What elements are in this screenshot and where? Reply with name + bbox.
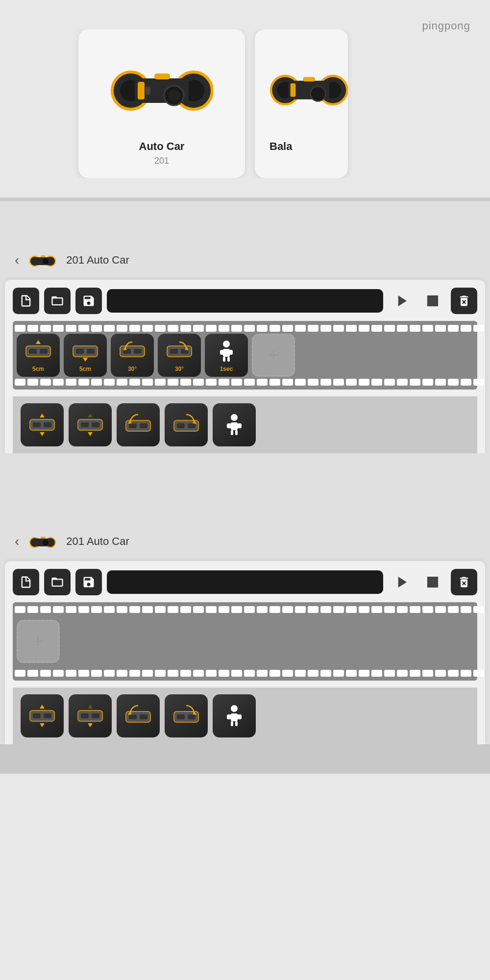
add-step-button-1[interactable]: + — [252, 334, 295, 377]
svg-rect-15 — [303, 77, 315, 81]
svg-rect-53 — [92, 422, 99, 427]
palette2-forward-btn[interactable] — [21, 694, 64, 737]
hole — [333, 670, 344, 677]
svg-marker-54 — [88, 414, 93, 417]
hole — [295, 325, 306, 332]
hole — [231, 379, 242, 386]
editor1-palette — [13, 396, 477, 453]
hole — [78, 606, 89, 613]
hole — [180, 325, 191, 332]
robot-name-autocar: Auto Car — [139, 140, 185, 153]
hole — [66, 379, 76, 386]
brand-logo: pingpong — [422, 20, 470, 32]
bala-svg — [270, 47, 348, 130]
motion-step-turnleft[interactable]: 30° — [111, 334, 154, 377]
palette2-turnleft-btn[interactable] — [117, 694, 160, 737]
hole — [308, 670, 318, 677]
palette2-turnright-icon — [172, 702, 200, 730]
palette-wait-btn[interactable] — [213, 403, 256, 446]
save-button[interactable] — [75, 288, 102, 314]
svg-marker-49 — [40, 414, 45, 417]
stop-button-1[interactable] — [419, 288, 446, 314]
palette-turnright-icon — [172, 411, 200, 439]
motion-step-turnright[interactable]: 30° — [158, 334, 201, 377]
palette2-turnright-btn[interactable] — [165, 694, 208, 737]
motion-name-input-2[interactable]: New Motion 1 — [107, 570, 383, 594]
svg-marker-85 — [88, 723, 93, 727]
section-divider — [0, 197, 490, 201]
hole — [53, 379, 64, 386]
step-turnright-icon — [165, 338, 194, 364]
svg-rect-48 — [44, 422, 51, 427]
hole — [15, 379, 25, 386]
motion-step-forward[interactable]: 5cm — [17, 334, 60, 377]
open-button-2[interactable] — [44, 569, 71, 595]
robot-name-bala: Bala — [270, 140, 292, 153]
palette2-backward-btn[interactable] — [69, 694, 112, 737]
svg-rect-25 — [29, 349, 37, 354]
palette2-backward-icon — [76, 702, 104, 730]
palette2-forward-icon — [28, 702, 56, 730]
palette-turnleft-btn[interactable] — [117, 403, 160, 446]
editor1-filmstrip: 5cm 5cm — [13, 321, 477, 390]
filmstrip-holes-top-1 — [13, 325, 477, 332]
hole — [295, 379, 306, 386]
hole — [461, 670, 471, 677]
robot-card-autocar[interactable]: Auto Car 201 — [78, 29, 245, 178]
play-button-2[interactable] — [388, 569, 415, 595]
stop-button-2[interactable] — [419, 569, 446, 595]
editor1-header: ‹ 201 Auto Car — [0, 250, 490, 280]
play-button-1[interactable] — [388, 288, 415, 314]
motion-step-backward[interactable]: 5cm — [64, 334, 107, 377]
hole — [91, 379, 102, 386]
editor1-panel: New Motion 1 — [5, 280, 485, 453]
hole — [320, 325, 331, 332]
hole — [422, 379, 433, 386]
motion-step-wait[interactable]: 1sec — [205, 334, 248, 377]
svg-rect-61 — [177, 423, 185, 428]
hole — [435, 670, 446, 677]
hole — [219, 325, 229, 332]
palette-backward-btn[interactable] — [69, 403, 112, 446]
editor2-filmstrip: + — [13, 602, 477, 681]
svg-rect-87 — [129, 714, 137, 719]
editor2-back-button[interactable]: ‹ — [15, 534, 19, 549]
new-button[interactable] — [13, 288, 39, 314]
hole — [410, 379, 420, 386]
add-step-button-2[interactable]: + — [17, 620, 60, 663]
motion-name-input-1[interactable]: New Motion 1 — [107, 289, 383, 313]
delete-button-2[interactable] — [451, 569, 477, 595]
robot-card-bala[interactable]: Bala — [255, 29, 348, 178]
editor1-back-button[interactable]: ‹ — [15, 252, 19, 268]
open-button[interactable] — [44, 288, 71, 314]
hole — [142, 379, 153, 386]
autocar-svg — [110, 47, 213, 130]
step-label-1: 5cm — [32, 366, 44, 372]
palette-forward-btn[interactable] — [21, 403, 64, 446]
svg-marker-79 — [40, 705, 45, 709]
palette2-wait-btn[interactable] — [213, 694, 256, 737]
new-button-2[interactable] — [13, 569, 39, 595]
hole — [27, 606, 38, 613]
hole — [193, 325, 204, 332]
svg-point-74 — [43, 539, 49, 545]
hole — [473, 606, 484, 613]
step-label-5: 1sec — [220, 366, 233, 372]
add-step-icon-2: + — [33, 633, 43, 650]
palette-turnright-btn[interactable] — [165, 403, 208, 446]
palette-wait-icon — [220, 411, 248, 439]
save-button-2[interactable] — [75, 569, 102, 595]
hole — [410, 606, 420, 613]
editor2-title: 201 Auto Car — [66, 535, 129, 548]
hole — [282, 670, 293, 677]
svg-rect-95 — [231, 713, 238, 721]
hole — [473, 379, 484, 386]
hole — [384, 606, 395, 613]
hole — [66, 325, 76, 332]
hole — [244, 670, 255, 677]
delete-button-1[interactable] — [451, 288, 477, 314]
hole — [244, 379, 255, 386]
svg-rect-75 — [427, 577, 438, 588]
svg-rect-88 — [140, 714, 147, 719]
hole — [371, 379, 382, 386]
